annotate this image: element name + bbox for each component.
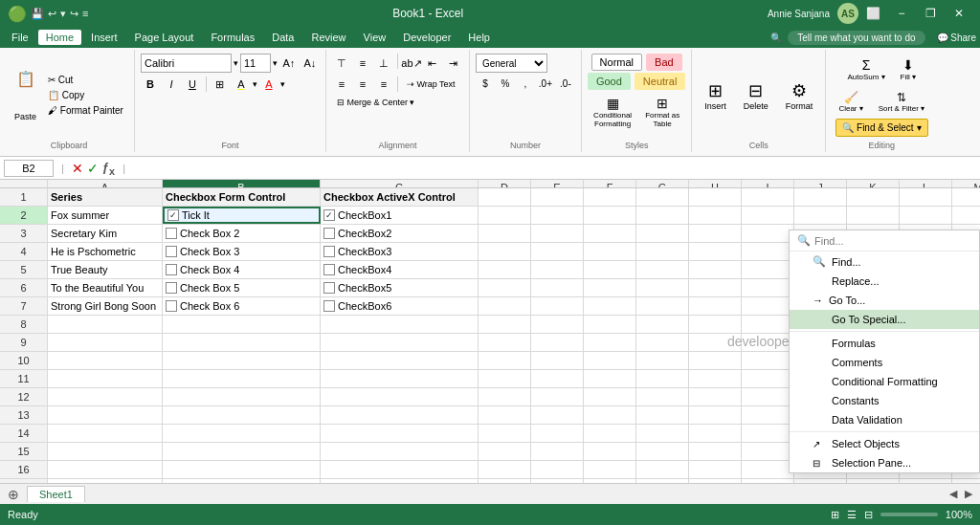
format-painter-button[interactable]: 🖌 Format Painter xyxy=(43,103,128,118)
dropdown-item-selection-pane[interactable]: ⊟ Selection Pane... xyxy=(790,453,979,472)
cell-b3[interactable]: Check Box 2 xyxy=(163,225,321,242)
cell-c2[interactable]: CheckBox1 xyxy=(321,207,479,224)
cell-l17[interactable] xyxy=(900,479,952,483)
cell-d15[interactable] xyxy=(479,443,531,460)
format-as-table-button[interactable]: ⊞ Format asTable xyxy=(639,92,685,132)
cell-f12[interactable] xyxy=(584,388,636,405)
activex-checkbox-c3[interactable] xyxy=(323,228,335,239)
menu-view[interactable]: View xyxy=(356,30,394,45)
dropdown-item-comments[interactable]: Comments xyxy=(790,353,979,372)
decrease-decimal-button[interactable]: .0- xyxy=(556,75,575,92)
row-header-4[interactable]: 4 xyxy=(0,243,48,260)
menu-home[interactable]: Home xyxy=(38,30,81,45)
cell-c1[interactable]: Checkbox ActiveX Control xyxy=(321,188,479,206)
cell-d2[interactable] xyxy=(479,207,531,224)
cell-i16[interactable] xyxy=(742,461,794,478)
cell-g13[interactable] xyxy=(636,406,689,424)
cell-c11[interactable] xyxy=(321,370,479,387)
menu-developer[interactable]: Developer xyxy=(395,30,458,45)
cell-d14[interactable] xyxy=(479,425,531,442)
cell-a17[interactable] xyxy=(48,479,163,483)
cell-d10[interactable] xyxy=(479,352,531,369)
row-header-3[interactable]: 3 xyxy=(0,225,48,242)
underline-button[interactable]: U xyxy=(183,75,202,94)
cell-a15[interactable] xyxy=(48,443,163,460)
cell-h7[interactable] xyxy=(689,297,742,315)
cell-h5[interactable] xyxy=(689,261,742,278)
wrap-text-button[interactable]: ⇢ Wrap Text xyxy=(402,77,460,91)
bottom-align-button[interactable]: ⊥ xyxy=(374,54,393,73)
sheet-tab-sheet1[interactable]: Sheet1 xyxy=(27,486,85,502)
cell-a13[interactable] xyxy=(48,406,163,424)
cell-c14[interactable] xyxy=(321,425,479,442)
clear-button[interactable]: 🧹 Clear ▾ xyxy=(832,87,869,117)
right-align-button[interactable]: ≡ xyxy=(374,75,393,94)
cell-m1[interactable] xyxy=(952,188,980,206)
cell-j1[interactable] xyxy=(794,188,847,206)
insert-cells-button[interactable]: ⊞ Insert xyxy=(698,77,733,115)
dropdown-item-goto[interactable]: → Go To... xyxy=(790,291,979,310)
cell-g9[interactable] xyxy=(636,334,689,351)
cell-h9[interactable] xyxy=(689,334,742,351)
cell-d5[interactable] xyxy=(479,261,531,278)
dropdown-item-formulas[interactable]: Formulas xyxy=(790,334,979,353)
save-icon[interactable]: 💾 xyxy=(31,8,44,20)
cell-g3[interactable] xyxy=(636,225,689,242)
cell-h3[interactable] xyxy=(689,225,742,242)
menu-help[interactable]: Help xyxy=(460,30,498,45)
cell-i12[interactable] xyxy=(742,388,794,405)
middle-align-button[interactable]: ≡ xyxy=(353,54,372,73)
cell-h17[interactable] xyxy=(689,479,742,483)
cell-e4[interactable] xyxy=(531,243,584,260)
normal-view-icon[interactable]: ⊞ xyxy=(831,509,839,521)
confirm-formula-icon[interactable]: ✓ xyxy=(87,161,99,176)
cell-e9[interactable] xyxy=(531,334,584,351)
cell-g5[interactable] xyxy=(636,261,689,278)
cell-h1[interactable] xyxy=(689,188,742,206)
row-header-9[interactable]: 9 xyxy=(0,334,48,351)
cell-b12[interactable] xyxy=(163,388,321,405)
col-header-b[interactable]: B xyxy=(163,180,321,187)
cell-d17[interactable] xyxy=(479,479,531,483)
cell-g1[interactable] xyxy=(636,188,689,206)
cell-e3[interactable] xyxy=(531,225,584,242)
dropdown-item-goto-special[interactable]: Go To Special... xyxy=(790,310,979,329)
cell-f4[interactable] xyxy=(584,243,636,260)
cell-e12[interactable] xyxy=(531,388,584,405)
row-header-8[interactable]: 8 xyxy=(0,316,48,333)
cell-c8[interactable] xyxy=(321,316,479,333)
indent-decrease-button[interactable]: ⇤ xyxy=(423,54,442,73)
cell-a4[interactable]: He is Pschometric xyxy=(48,243,163,260)
activex-checkbox-c5[interactable] xyxy=(323,264,335,275)
cell-f2[interactable] xyxy=(584,207,636,224)
cell-reference-box[interactable] xyxy=(4,160,54,177)
row-header-12[interactable]: 12 xyxy=(0,388,48,405)
cell-e11[interactable] xyxy=(531,370,584,387)
cell-e13[interactable] xyxy=(531,406,584,424)
activex-checkbox-c4[interactable] xyxy=(323,246,335,257)
menu-page-layout[interactable]: Page Layout xyxy=(127,30,202,45)
cell-g4[interactable] xyxy=(636,243,689,260)
undo-dropdown-icon[interactable]: ▾ xyxy=(60,8,66,20)
cut-button[interactable]: ✂ Cut xyxy=(43,73,128,87)
cell-c16[interactable] xyxy=(321,461,479,478)
form-checkbox-b3[interactable] xyxy=(166,228,177,239)
cell-d11[interactable] xyxy=(479,370,531,387)
cell-a11[interactable] xyxy=(48,370,163,387)
ribbon-display-options-icon[interactable]: ⬜ xyxy=(866,7,880,20)
center-align-button[interactable]: ≡ xyxy=(353,75,372,94)
font-name-dropdown-icon[interactable]: ▾ xyxy=(234,58,238,68)
row-header-17[interactable]: 17 xyxy=(0,479,48,483)
cell-k1[interactable] xyxy=(847,188,900,206)
col-header-h[interactable]: H xyxy=(689,180,742,187)
find-select-button[interactable]: 🔍 Find & Select ▾ xyxy=(835,119,927,137)
font-size-dropdown-icon[interactable]: ▾ xyxy=(273,58,278,68)
border-button[interactable]: ⊞ xyxy=(211,75,230,94)
cell-f6[interactable] xyxy=(584,279,636,296)
font-color-dropdown[interactable]: ▾ xyxy=(280,79,285,89)
cell-f9[interactable] xyxy=(584,334,636,351)
cell-h11[interactable] xyxy=(689,370,742,387)
cell-e1[interactable] xyxy=(531,188,584,206)
cell-d12[interactable] xyxy=(479,388,531,405)
cell-i4[interactable] xyxy=(742,243,794,260)
